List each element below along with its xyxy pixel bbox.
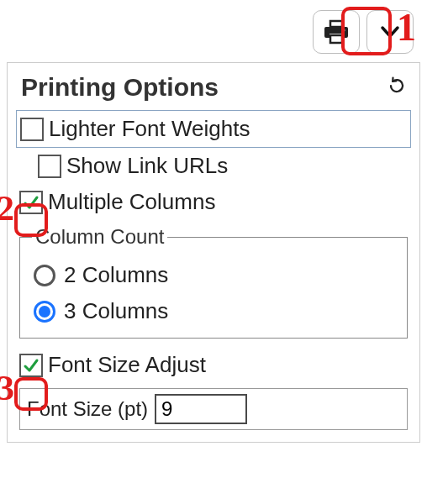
- label-multiple-columns: Multiple Columns: [48, 189, 215, 215]
- chevron-down-icon: [379, 21, 401, 43]
- checkbox-lighter-font-weights[interactable]: [20, 118, 44, 141]
- label-3-columns: 3 Columns: [64, 298, 168, 324]
- label-2-columns: 2 Columns: [64, 262, 168, 288]
- label-font-size-adjust: Font Size Adjust: [48, 352, 206, 378]
- undo-icon: [387, 76, 407, 99]
- label-lighter-font-weights: Lighter Font Weights: [49, 116, 250, 142]
- svg-rect-0: [330, 21, 342, 27]
- label-show-link-urls: Show Link URLs: [66, 153, 228, 179]
- radio-row-2-columns[interactable]: 2 Columns: [32, 257, 398, 293]
- group-column-count: Column Count 2 Columns 3 Columns: [19, 225, 408, 339]
- expand-button[interactable]: [366, 10, 414, 54]
- legend-column-count: Column Count: [32, 225, 167, 249]
- option-font-size-adjust[interactable]: Font Size Adjust: [16, 347, 411, 383]
- toolbar: [0, 0, 427, 62]
- option-show-link-urls[interactable]: Show Link URLs: [16, 148, 411, 184]
- option-lighter-font-weights[interactable]: Lighter Font Weights: [16, 110, 411, 148]
- label-font-size: Font Size (pt): [27, 397, 148, 421]
- print-button[interactable]: [313, 10, 360, 54]
- input-font-size[interactable]: [155, 394, 247, 424]
- svg-rect-2: [330, 35, 342, 43]
- radio-2-columns[interactable]: [34, 265, 55, 286]
- radio-row-3-columns[interactable]: 3 Columns: [32, 293, 398, 329]
- checkbox-font-size-adjust[interactable]: [19, 354, 43, 377]
- checkbox-multiple-columns[interactable]: [19, 191, 43, 214]
- checkbox-show-link-urls[interactable]: [38, 155, 61, 178]
- option-multiple-columns[interactable]: Multiple Columns: [16, 184, 411, 220]
- printer-icon: [323, 19, 350, 45]
- panel-header: Printing Options: [16, 70, 411, 110]
- reset-button[interactable]: [384, 75, 409, 100]
- font-size-row: Font Size (pt): [19, 388, 408, 430]
- panel-title: Printing Options: [21, 73, 219, 102]
- printing-options-panel: Printing Options Lighter Font Weights Sh…: [7, 62, 420, 443]
- svg-point-1: [343, 29, 345, 32]
- radio-3-columns[interactable]: [34, 301, 55, 323]
